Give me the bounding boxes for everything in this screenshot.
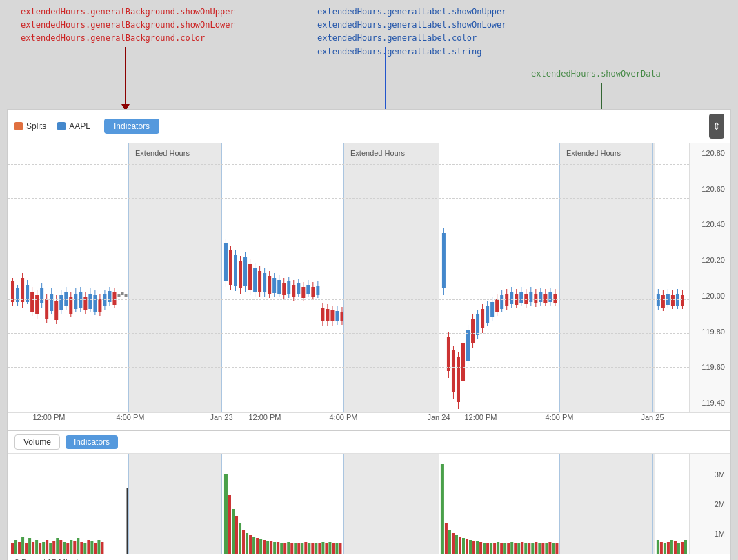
scroll-widget[interactable]: ⇕ — [709, 114, 724, 139]
svg-rect-339 — [535, 542, 537, 554]
splits-legend: Splits — [14, 121, 46, 131]
svg-rect-327 — [493, 543, 496, 554]
grid-line-7 — [8, 367, 689, 368]
svg-rect-234 — [14, 540, 17, 554]
svg-rect-324 — [483, 543, 486, 554]
bottom-bar: 3 Days / 15 Minutes — [8, 554, 730, 560]
time-label-9: Jan 25 — [641, 413, 664, 421]
annotation-green: extendedHours.showOverData — [531, 69, 661, 79]
svg-rect-257 — [94, 543, 97, 554]
time-label-2: 4:00 PM — [117, 413, 145, 421]
svg-rect-322 — [476, 541, 479, 554]
svg-rect-275 — [239, 523, 241, 554]
vol-price-label-1: 3M — [692, 470, 728, 479]
svg-rect-361 — [667, 542, 670, 554]
svg-rect-259 — [101, 542, 103, 554]
time-axis: 12:00 PM 4:00 PM Jan 23 12:00 PM 4:00 PM… — [8, 412, 730, 430]
svg-rect-242 — [42, 542, 45, 554]
annotation-blue: extendedHours.generalLabel.showOnUpper e… — [317, 6, 507, 59]
svg-rect-295 — [308, 543, 310, 554]
svg-rect-245 — [52, 541, 55, 554]
svg-rect-271 — [224, 474, 228, 554]
vol-ext-region-3 — [559, 454, 655, 554]
svg-rect-359 — [660, 542, 663, 554]
svg-rect-323 — [479, 542, 482, 554]
svg-rect-282 — [263, 540, 266, 554]
time-label-5: 4:00 PM — [330, 413, 358, 421]
svg-rect-274 — [235, 516, 238, 554]
svg-rect-326 — [490, 543, 492, 554]
svg-rect-365 — [681, 542, 684, 554]
svg-rect-328 — [497, 542, 499, 554]
aapl-label: AAPL — [69, 121, 90, 131]
vol-price-label-3: 1M — [692, 530, 728, 538]
price-label-2: 120.60 — [692, 185, 728, 193]
svg-rect-233 — [11, 543, 14, 554]
svg-rect-258 — [97, 540, 100, 554]
sub-indicators-button[interactable]: Indicators — [66, 435, 118, 449]
grid-line-6 — [8, 333, 689, 334]
svg-rect-297 — [315, 543, 317, 554]
volume-price-axis: 3M 2M 1M — [689, 454, 730, 554]
ext-label-2: Extended Hours — [350, 149, 405, 157]
svg-rect-332 — [510, 542, 513, 554]
svg-rect-302 — [332, 543, 335, 554]
svg-rect-299 — [321, 542, 324, 554]
candles-section-7 — [657, 289, 684, 311]
grid-line-5 — [8, 299, 689, 300]
svg-rect-246 — [56, 538, 59, 554]
svg-rect-276 — [242, 530, 245, 554]
svg-rect-278 — [249, 535, 252, 554]
volume-button[interactable]: Volume — [14, 434, 60, 450]
ext-region-1: Extended Hours — [128, 143, 221, 412]
ext-region-2: Extended Hours — [343, 143, 439, 412]
svg-rect-303 — [335, 543, 338, 554]
price-label-5: 120.00 — [692, 292, 728, 300]
indicators-button[interactable]: Indicators — [104, 119, 159, 134]
svg-rect-285 — [273, 542, 276, 554]
svg-rect-46 — [125, 294, 128, 297]
vol-vline-4 — [439, 454, 439, 554]
svg-rect-366 — [684, 540, 687, 554]
svg-rect-364 — [677, 543, 680, 554]
svg-rect-340 — [538, 543, 541, 554]
svg-rect-273 — [232, 509, 235, 554]
svg-rect-333 — [514, 543, 517, 554]
svg-rect-335 — [521, 542, 523, 554]
svg-rect-240 — [35, 540, 38, 554]
svg-rect-255 — [87, 540, 90, 554]
grid-line-4 — [8, 266, 689, 266]
svg-rect-45 — [121, 292, 123, 295]
aapl-legend: AAPL — [57, 121, 90, 131]
arrow-red-indicator — [125, 47, 126, 106]
chart-wrapper: Splits AAPL Indicators ⇕ Extended Hours … — [7, 109, 731, 560]
vline-1 — [128, 143, 129, 412]
svg-rect-238 — [28, 538, 31, 554]
time-label-3: Jan 23 — [210, 413, 232, 421]
svg-rect-249 — [66, 543, 69, 554]
ext-label-3: Extended Hours — [566, 149, 621, 157]
aapl-color-dot — [57, 122, 66, 130]
svg-rect-360 — [664, 543, 666, 554]
svg-rect-296 — [311, 543, 314, 554]
svg-rect-247 — [59, 540, 62, 554]
main-chart: Extended Hours Extended Hours Extended H… — [8, 143, 730, 412]
svg-rect-318 — [462, 538, 465, 554]
svg-rect-289 — [287, 542, 290, 554]
chart-inner: Extended Hours Extended Hours Extended H… — [8, 143, 689, 412]
candles-section-1 — [11, 273, 128, 324]
svg-rect-44 — [117, 294, 120, 297]
svg-rect-298 — [318, 543, 321, 554]
svg-rect-316 — [455, 535, 458, 554]
grid-line-8 — [8, 401, 689, 401]
svg-rect-239 — [32, 542, 34, 554]
svg-rect-330 — [503, 543, 506, 554]
svg-rect-344 — [552, 543, 555, 554]
svg-rect-292 — [297, 543, 300, 554]
ext-label-1: Extended Hours — [135, 149, 190, 157]
splits-color-dot — [14, 122, 23, 130]
svg-rect-237 — [25, 543, 28, 554]
svg-rect-244 — [49, 543, 52, 554]
sub-chart-header: Volume Indicators — [8, 430, 730, 454]
price-label-7: 119.60 — [692, 363, 728, 371]
